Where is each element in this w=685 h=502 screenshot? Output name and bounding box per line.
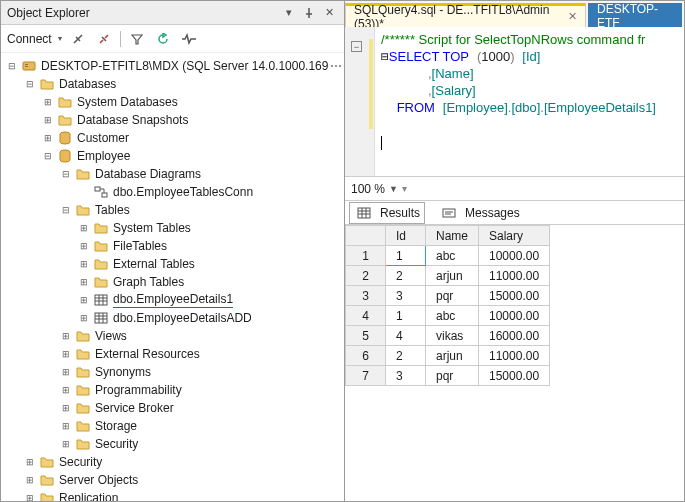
expand-icon[interactable]: ⊞ (77, 293, 91, 307)
cell-salary[interactable]: 10000.00 (479, 246, 550, 266)
expand-icon[interactable]: ⊞ (41, 131, 55, 145)
cell-id[interactable]: 2 (386, 346, 426, 366)
row-number[interactable]: 3 (346, 286, 386, 306)
expand-icon[interactable]: ⊞ (59, 329, 73, 343)
cell-id[interactable]: 3 (386, 286, 426, 306)
expand-icon[interactable]: ⊞ (59, 347, 73, 361)
expand-icon[interactable]: ⊞ (77, 221, 91, 235)
expand-icon[interactable]: ⊞ (41, 113, 55, 127)
tree-node-database-snapshots[interactable]: ⊞Database Snapshots (3, 111, 342, 129)
table-row[interactable]: 73pqr15000.00 (346, 366, 550, 386)
fold-icon[interactable]: − (351, 41, 362, 52)
cell-id[interactable]: 1 (386, 246, 426, 266)
cell-name[interactable]: vikas (426, 326, 479, 346)
collapse-icon[interactable]: ⊟ (23, 77, 37, 91)
refresh-icon[interactable] (153, 29, 173, 49)
table-row[interactable]: 33pqr15000.00 (346, 286, 550, 306)
table-row[interactable]: 62arjun11000.00 (346, 346, 550, 366)
table-row[interactable]: 22arjun11000.00 (346, 266, 550, 286)
zoom-control[interactable]: 100 % ▼ ▾ (345, 177, 684, 201)
tree-node-storage[interactable]: ⊞Storage (3, 417, 342, 435)
pin-icon[interactable] (300, 4, 318, 22)
row-number[interactable]: 1 (346, 246, 386, 266)
cell-salary[interactable]: 11000.00 (479, 266, 550, 286)
tab-desktop[interactable]: DESKTOP-ETF (588, 3, 682, 27)
tree-node-dbo-employeedetailsadd[interactable]: ⊞dbo.EmployeeDetailsADD (3, 309, 342, 327)
cell-name[interactable]: arjun (426, 346, 479, 366)
tab-results[interactable]: Results (349, 202, 425, 224)
cell-id[interactable]: 2 (386, 266, 426, 286)
tab-messages[interactable]: Messages (435, 203, 524, 223)
tree-node-programmability[interactable]: ⊞Programmability (3, 381, 342, 399)
tree-node-filetables[interactable]: ⊞FileTables (3, 237, 342, 255)
activity-icon[interactable] (179, 29, 199, 49)
dropdown-icon[interactable]: ▾ (280, 4, 298, 22)
cell-name[interactable]: abc (426, 306, 479, 326)
expand-icon[interactable]: ⊞ (59, 437, 73, 451)
row-number[interactable]: 7 (346, 366, 386, 386)
cell-id[interactable]: 1 (386, 306, 426, 326)
tree-node-security-inner[interactable]: ⊞Security (3, 435, 342, 453)
row-number[interactable]: 4 (346, 306, 386, 326)
close-icon[interactable]: ✕ (320, 4, 338, 22)
tree-node-security[interactable]: ⊞Security (3, 453, 342, 471)
tree-node-dbo-employeedetails1[interactable]: ⊞dbo.EmployeeDetails1 (3, 291, 342, 309)
row-number[interactable]: 6 (346, 346, 386, 366)
tree-node-server-objects[interactable]: ⊞Server Objects (3, 471, 342, 489)
expand-icon[interactable]: ⊞ (23, 491, 37, 501)
results-grid[interactable]: IdNameSalary11abc10000.0022arjun11000.00… (345, 225, 684, 501)
col-header[interactable]: Name (426, 226, 479, 246)
expand-icon[interactable]: ⊞ (41, 95, 55, 109)
table-row[interactable]: 11abc10000.00 (346, 246, 550, 266)
table-row[interactable]: 54vikas16000.00 (346, 326, 550, 346)
col-header[interactable]: Id (386, 226, 426, 246)
expand-icon[interactable]: ⊞ (77, 257, 91, 271)
tree-node-dbo-employeetablesconn[interactable]: dbo.EmployeeTablesConn (3, 183, 342, 201)
tree-node-server[interactable]: ⊟DESKTOP-ETFITL8\MDX (SQL Server 14.0.10… (3, 57, 342, 75)
connect-icon[interactable] (68, 29, 88, 49)
collapse-icon[interactable]: ⊟ (59, 203, 73, 217)
expand-icon[interactable]: ⊞ (59, 365, 73, 379)
cell-salary[interactable]: 15000.00 (479, 366, 550, 386)
cell-salary[interactable]: 16000.00 (479, 326, 550, 346)
connect-label[interactable]: Connect (7, 32, 52, 46)
expand-icon[interactable]: ⊞ (59, 383, 73, 397)
tree-node-external-resources[interactable]: ⊞External Resources (3, 345, 342, 363)
cell-name[interactable]: abc (426, 246, 479, 266)
expand-icon[interactable]: ⊞ (77, 275, 91, 289)
cell-id[interactable]: 4 (386, 326, 426, 346)
tree-node-graph-tables[interactable]: ⊞Graph Tables (3, 273, 342, 291)
expand-icon[interactable]: ⊞ (77, 239, 91, 253)
cell-salary[interactable]: 10000.00 (479, 306, 550, 326)
expand-icon[interactable]: ⊞ (59, 401, 73, 415)
filter-icon[interactable] (127, 29, 147, 49)
cell-salary[interactable]: 15000.00 (479, 286, 550, 306)
col-header[interactable]: Salary (479, 226, 550, 246)
tree-node-replication[interactable]: ⊞Replication (3, 489, 342, 501)
cell-name[interactable]: pqr (426, 286, 479, 306)
results-table[interactable]: IdNameSalary11abc10000.0022arjun11000.00… (345, 225, 550, 386)
collapse-icon[interactable]: ⊟ (41, 149, 55, 163)
tree-node-databases[interactable]: ⊟Databases (3, 75, 342, 93)
expand-icon[interactable]: ⊞ (23, 455, 37, 469)
row-number[interactable]: 5 (346, 326, 386, 346)
tree-node-external-tables[interactable]: ⊞External Tables (3, 255, 342, 273)
table-row[interactable]: 41abc10000.00 (346, 306, 550, 326)
expand-icon[interactable]: ⊞ (77, 311, 91, 325)
expand-icon[interactable]: ⊞ (23, 473, 37, 487)
sql-editor[interactable]: − /****** Script for SelectTopNRows comm… (345, 27, 684, 177)
chevron-down-icon[interactable]: ▼ (389, 184, 398, 194)
collapse-icon[interactable]: ⊟ (5, 59, 19, 73)
tree-node-system-tables[interactable]: ⊞System Tables (3, 219, 342, 237)
row-number[interactable]: 2 (346, 266, 386, 286)
tree-node-system-databases[interactable]: ⊞System Databases (3, 93, 342, 111)
cell-id[interactable]: 3 (386, 366, 426, 386)
close-icon[interactable]: ✕ (568, 10, 577, 23)
cell-name[interactable]: arjun (426, 266, 479, 286)
tree-node-views[interactable]: ⊞Views (3, 327, 342, 345)
cell-name[interactable]: pqr (426, 366, 479, 386)
tree-node-database-diagrams[interactable]: ⊟Database Diagrams (3, 165, 342, 183)
sql-code[interactable]: /****** Script for SelectTopNRows comman… (375, 27, 684, 176)
collapse-icon[interactable]: ⊟ (59, 167, 73, 181)
tab-sqlquery4[interactable]: SQLQuery4.sql - DE...TFITL8\Admin (53))*… (345, 3, 586, 27)
